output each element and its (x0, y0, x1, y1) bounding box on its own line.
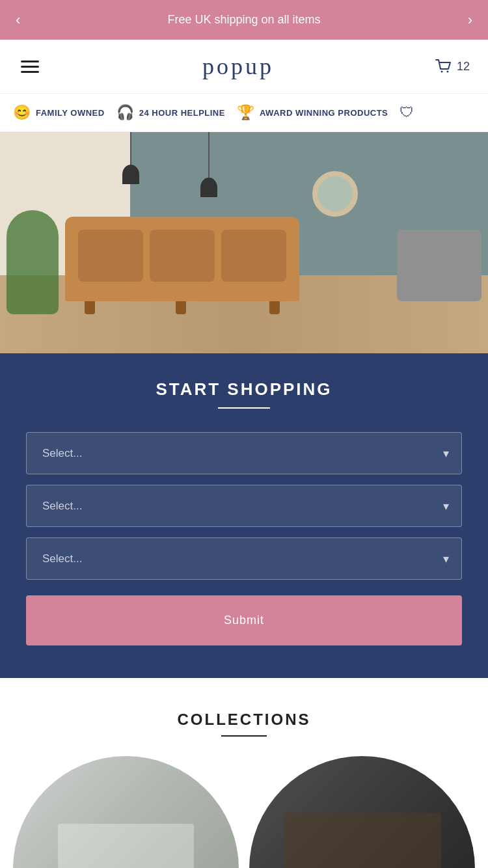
svg-point-0 (441, 71, 442, 73)
trust-item-family: 😊 FAMILY OWNED (13, 104, 105, 121)
family-icon: 😊 (13, 104, 31, 121)
hamburger-line (21, 66, 39, 68)
collections-grid: NEW (13, 756, 475, 868)
product-image-left (58, 824, 193, 868)
collection-circle-left: NEW (13, 756, 239, 868)
hero-scene (0, 132, 488, 353)
svg-point-1 (446, 71, 448, 73)
collections-title: COLLECTIONS (13, 711, 475, 729)
trust-item-award: 🏆 AWARD WINNING PRODUCTS (237, 104, 388, 121)
collection-item-1[interactable]: NEW (13, 756, 239, 868)
hamburger-line (21, 71, 39, 73)
select-wrapper-2: Select... ▾ (26, 485, 462, 527)
menu-button[interactable] (18, 58, 42, 75)
announcement-next-button[interactable]: › (463, 7, 478, 34)
mirror-decor (312, 171, 358, 217)
logo[interactable]: popup (202, 53, 274, 80)
trust-bar: 😊 FAMILY OWNED 🎧 24 HOUR HELPLINE 🏆 AWAR… (0, 93, 488, 132)
plant-decoration (7, 210, 59, 314)
shopping-section: START SHOPPING Select... ▾ Select... ▾ S… (0, 353, 488, 678)
collections-section: COLLECTIONS NEW (0, 678, 488, 868)
submit-button[interactable]: Submit (26, 595, 462, 645)
trust-label-family: FAMILY OWNED (36, 108, 105, 118)
sofa-leg (85, 301, 95, 314)
collection-item-2[interactable] (249, 756, 475, 868)
cart-count: 12 (457, 60, 470, 74)
logo-text: popup (202, 53, 274, 79)
sofa-cushion (150, 230, 215, 282)
announcement-text: Free UK shipping on all items (25, 13, 462, 27)
select-dropdown-3[interactable]: Select... (26, 537, 462, 580)
trust-label-helpline: 24 HOUR HELPLINE (139, 108, 225, 118)
award-icon: 🏆 (237, 104, 254, 121)
select-wrapper-3: Select... ▾ (26, 537, 462, 580)
announcement-prev-button[interactable]: ‹ (10, 7, 25, 34)
sofa-cushion (221, 230, 286, 282)
pendant-lamp-1 (130, 132, 131, 184)
sofa-leg (176, 301, 186, 314)
shield-icon: 🛡 (400, 104, 414, 121)
trust-label-award: AWARD WINNING PRODUCTS (260, 108, 388, 118)
title-underline (218, 407, 270, 409)
trust-item-shield: 🛡 (400, 104, 414, 121)
trust-item-helpline: 🎧 24 HOUR HELPLINE (116, 104, 225, 121)
select-dropdown-2[interactable]: Select... (26, 485, 462, 527)
sofa-legs (78, 301, 286, 314)
shopping-title: START SHOPPING (26, 379, 462, 400)
sofa-cushion (78, 230, 143, 282)
sofa-leg (269, 301, 280, 314)
header: popup 12 (0, 40, 488, 93)
gray-chair (397, 230, 481, 301)
product-image-right (283, 813, 441, 868)
helpline-icon: 🎧 (116, 104, 134, 121)
hero-image (0, 132, 488, 353)
pendant-lamp-2 (208, 132, 210, 197)
select-dropdown-1[interactable]: Select... (26, 432, 462, 474)
collection-circle-right (249, 756, 475, 868)
cart-button[interactable]: 12 (435, 57, 470, 75)
sofa (65, 217, 299, 301)
cart-icon (435, 57, 453, 75)
collections-underline (221, 735, 267, 737)
announcement-bar: ‹ Free UK shipping on all items › (0, 0, 488, 40)
select-wrapper-1: Select... ▾ (26, 432, 462, 474)
hamburger-line (21, 61, 39, 62)
